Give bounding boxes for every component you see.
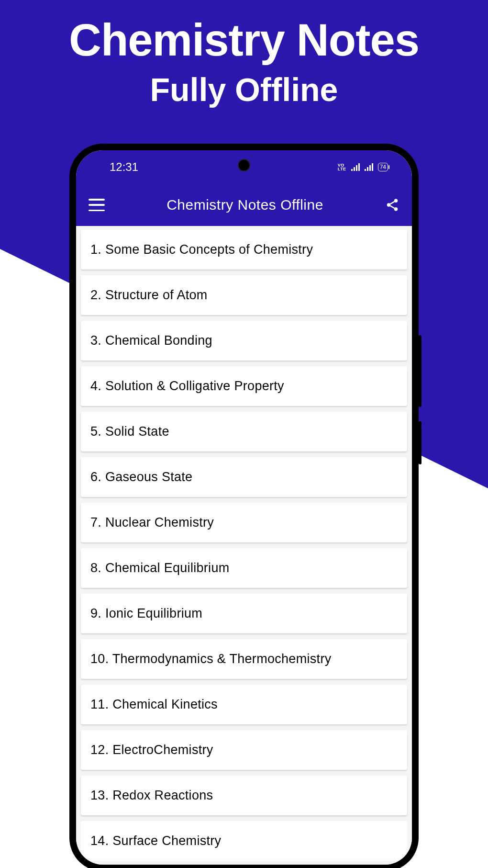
battery-icon: 74	[378, 163, 388, 171]
chapter-item[interactable]: 5. Solid State	[81, 412, 407, 451]
app-bar: Chemistry Notes Offline	[76, 184, 412, 226]
signal-icon	[351, 163, 360, 171]
chapter-item[interactable]: 13. Redox Reactions	[81, 776, 407, 815]
chapter-item[interactable]: 10. Thermodynamics & Thermochemistry	[81, 639, 407, 679]
phone-volume-button	[419, 335, 421, 407]
chapter-item[interactable]: 9. Ionic Equilibrium	[81, 594, 407, 633]
chapter-item[interactable]: 11. Chemical Kinetics	[81, 685, 407, 724]
chapter-item[interactable]: 4. Solution & Colligative Property	[81, 366, 407, 406]
svg-point-2	[394, 207, 398, 211]
chapter-item[interactable]: 2. Structure of Atom	[81, 275, 407, 315]
chapter-item[interactable]: 14. Surface Chemistry	[81, 821, 407, 861]
chapter-item[interactable]: 1. Some Basic Concepts of Chemistry	[81, 230, 407, 270]
promo-title: Chemistry Notes	[0, 14, 488, 66]
volte-icon: VO LTE	[338, 163, 346, 171]
chapter-item[interactable]: 6. Gaseous State	[81, 457, 407, 497]
promo-header: Chemistry Notes Fully Offline	[0, 14, 488, 108]
share-icon[interactable]	[385, 198, 399, 212]
status-bar: 12:31 VO LTE 74	[76, 150, 412, 184]
chapter-item[interactable]: 7. Nuclear Chemistry	[81, 503, 407, 542]
phone-frame: 12:31 VO LTE 74 Chemistry Notes Offline	[69, 144, 419, 868]
chapter-list[interactable]: 1. Some Basic Concepts of Chemistry 2. S…	[76, 226, 412, 865]
chapter-item[interactable]: 12. ElectroChemistry	[81, 730, 407, 770]
chapter-item[interactable]: 8. Chemical Equilibrium	[81, 548, 407, 588]
signal-icon-2	[365, 163, 373, 171]
battery-level: 74	[380, 164, 386, 170]
phone-power-button	[419, 421, 421, 464]
camera-punch-hole	[238, 159, 250, 171]
chapter-item[interactable]: 3. Chemical Bonding	[81, 321, 407, 361]
svg-point-1	[387, 203, 391, 207]
status-time: 12:31	[110, 160, 138, 174]
svg-point-0	[394, 199, 398, 203]
status-right-cluster: VO LTE 74	[338, 163, 388, 171]
hamburger-menu-icon[interactable]	[89, 199, 105, 211]
promo-subtitle: Fully Offline	[0, 71, 488, 108]
phone-screen: 12:31 VO LTE 74 Chemistry Notes Offline	[76, 150, 412, 865]
app-bar-title: Chemistry Notes Offline	[118, 197, 372, 213]
